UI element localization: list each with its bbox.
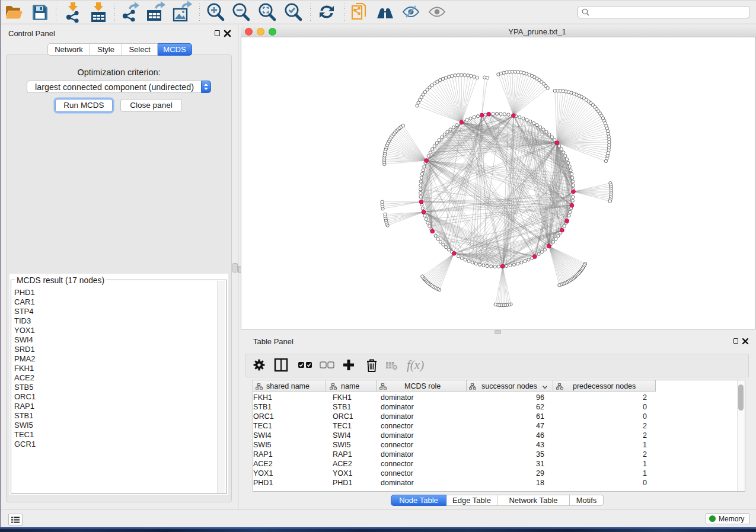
svg-text:f(x): f(x) — [407, 358, 424, 372]
